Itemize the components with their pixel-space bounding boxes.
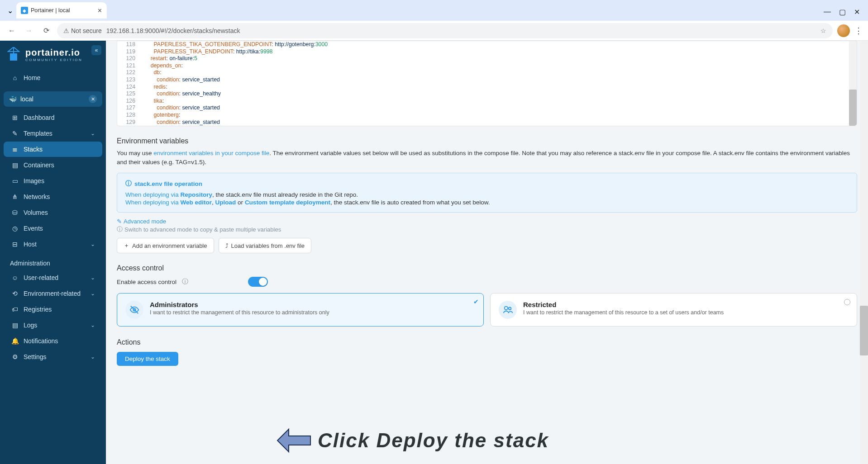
sidebar-item-templates[interactable]: ✎Templates⌄ [4, 126, 102, 141]
sidebar-item-label: Environment-related [24, 290, 81, 297]
advanced-mode-link[interactable]: ✎ Advanced mode [117, 218, 857, 225]
not-secure-badge: ⚠ Not secure [63, 27, 102, 34]
reload-button[interactable]: ⟳ [40, 24, 52, 37]
sidebar-item-notifications[interactable]: 🔔Notifications [4, 333, 102, 349]
enable-access-label: Enable access control [117, 279, 176, 285]
sidebar-item-networks[interactable]: ⋔Networks [4, 189, 102, 204]
sidebar-home-label: Home [24, 74, 40, 81]
sidebar-item-volumes[interactable]: ⛁Volumes [4, 205, 102, 220]
volumes-icon: ⛁ [11, 209, 19, 216]
environment-selector[interactable]: 🐳 local ✕ [4, 91, 102, 107]
env-close-icon[interactable]: ✕ [89, 95, 97, 103]
code-line[interactable]: 123 condition: service_started [117, 76, 857, 84]
profile-avatar[interactable] [837, 24, 850, 37]
edit-icon: ✎ [117, 218, 122, 225]
advanced-hint-text: Switch to advanced mode to copy & paste … [124, 226, 281, 233]
browser-menu-icon[interactable]: ⋮ [854, 26, 863, 36]
code-line[interactable]: 127 condition: service_started [117, 104, 857, 112]
sidebar-item-containers[interactable]: ▤Containers [4, 157, 102, 173]
registries-icon: 🏷 [11, 306, 19, 313]
check-icon: ✔ [473, 298, 479, 305]
host-icon: ⊟ [11, 241, 19, 248]
forward-button[interactable]: → [23, 24, 35, 37]
line-number: 125 [117, 90, 141, 98]
sidebar-item-environment-related[interactable]: ⟲Environment-related⌄ [4, 286, 102, 301]
window-maximize-icon[interactable]: ▢ [839, 8, 846, 16]
code-line[interactable]: 120 restart: on-failure:5 [117, 55, 857, 62]
load-env-file-button[interactable]: ⤴ Load variables from .env file [219, 238, 312, 253]
code-line[interactable]: 118 PAPERLESS_TIKA_GOTENBERG_ENDPOINT: h… [117, 41, 857, 48]
sidebar-item-label: Notifications [24, 337, 58, 345]
line-number: 121 [117, 62, 141, 70]
sidebar-item-label: Templates [24, 130, 52, 137]
sidebar-item-host[interactable]: ⊟Host⌄ [4, 237, 102, 252]
browser-tab[interactable]: ◆ Portainer | local ✕ [16, 2, 107, 19]
sidebar-item-label: Settings [24, 353, 47, 360]
window-minimize-icon[interactable]: ― [824, 8, 831, 16]
favicon-icon: ◆ [21, 7, 28, 14]
code-text: gotenberg: [141, 112, 180, 119]
stack-env-info-box: ⓘ stack.env file operation When deployin… [117, 173, 857, 213]
code-line[interactable]: 125 condition: service_healthy [117, 90, 857, 98]
sidebar-item-dashboard[interactable]: ⊞Dashboard [4, 110, 102, 125]
environment-name: local [20, 95, 33, 103]
not-secure-label: Not secure [71, 27, 102, 34]
deploy-stack-button[interactable]: Deploy the stack [117, 352, 178, 366]
access-card-administrators[interactable]: ✔ Administrators I want to restrict the … [117, 293, 484, 327]
add-env-var-button[interactable]: ＋ Add an environment variable [117, 238, 214, 253]
code-text: condition: service_started [141, 119, 220, 126]
url-text: 192.168.1.18:9000/#!/2/docker/stacks/new… [106, 27, 240, 34]
code-line[interactable]: 129 condition: service_started [117, 119, 857, 126]
sidebar-home[interactable]: ⌂ Home [4, 70, 102, 85]
upload-icon: ⤴ [225, 242, 229, 249]
line-number: 126 [117, 98, 141, 105]
code-line[interactable]: 122 db: [117, 69, 857, 76]
page-scrollbar-track [860, 41, 868, 464]
code-text: condition: service_started [141, 104, 220, 112]
sidebar-item-user-related[interactable]: ☺User-related⌄ [4, 270, 102, 285]
tab-close-icon[interactable]: ✕ [97, 7, 102, 14]
help-icon[interactable]: ⓘ [182, 278, 188, 286]
collapse-sidebar-button[interactable]: « [91, 45, 101, 55]
page-scrollbar-thumb[interactable] [860, 306, 868, 355]
annotation-overlay: Click Deploy the stack [275, 427, 549, 454]
dashboard-icon: ⊞ [11, 114, 19, 121]
code-line[interactable]: 124 redis: [117, 84, 857, 91]
code-line[interactable]: 126 tika: [117, 98, 857, 105]
back-button[interactable]: ← [5, 24, 18, 37]
env-vars-description: You may use environment variables in you… [117, 149, 857, 166]
networks-icon: ⋔ [11, 193, 19, 200]
address-bar[interactable]: ⚠ Not secure 192.168.1.18:9000/#!/2/dock… [57, 23, 833, 38]
tab-list-dropdown[interactable]: ⌄ [4, 2, 16, 19]
access-card-restricted[interactable]: Restricted I want to restrict the manage… [490, 293, 857, 327]
sidebar-item-images[interactable]: ▭Images [4, 173, 102, 189]
chevron-down-icon: ⌄ [91, 275, 95, 281]
sidebar-item-logs[interactable]: ▤Logs⌄ [4, 317, 102, 333]
code-line[interactable]: 121 depends_on: [117, 62, 857, 70]
browser-toolbar: ← → ⟳ ⚠ Not secure 192.168.1.18:9000/#!/… [0, 21, 868, 41]
info-l2-c: , [212, 199, 215, 206]
code-line[interactable]: 119 PAPERLESS_TIKA_ENDPOINT: http://tika… [117, 48, 857, 56]
info-upload-term: Upload [215, 199, 236, 206]
sidebar-item-settings[interactable]: ⚙Settings⌄ [4, 349, 102, 365]
code-editor[interactable]: 118 PAPERLESS_TIKA_GOTENBERG_ENDPOINT: h… [117, 41, 857, 126]
access-control-heading: Access control [117, 264, 857, 272]
editor-scrollbar-thumb[interactable] [849, 90, 857, 126]
env-vars-docs-link[interactable]: environment variables in your compose fi… [153, 150, 269, 156]
env-desc-pre: You may use [117, 150, 153, 156]
bookmark-star-icon[interactable]: ☆ [820, 27, 826, 34]
svg-point-4 [505, 307, 508, 310]
window-close-icon[interactable]: ✕ [854, 8, 860, 16]
load-env-file-label: Load variables from .env file [231, 242, 305, 249]
plus-icon: ＋ [124, 241, 129, 250]
code-line[interactable]: 128 gotenberg: [117, 112, 857, 119]
user-related-icon: ☺ [11, 274, 19, 281]
brand-name: portainer.io [25, 47, 82, 58]
enable-access-toggle[interactable] [248, 277, 268, 287]
sidebar-item-events[interactable]: ◷Events [4, 221, 102, 236]
info-small-icon: ⓘ [117, 225, 123, 233]
sidebar-item-registries[interactable]: 🏷Registries [4, 302, 102, 317]
info-l2-g: , the stack.env file is auto created fro… [330, 199, 490, 206]
sidebar-item-stacks[interactable]: ≣Stacks [4, 142, 102, 157]
sidebar-item-label: User-related [24, 274, 58, 281]
